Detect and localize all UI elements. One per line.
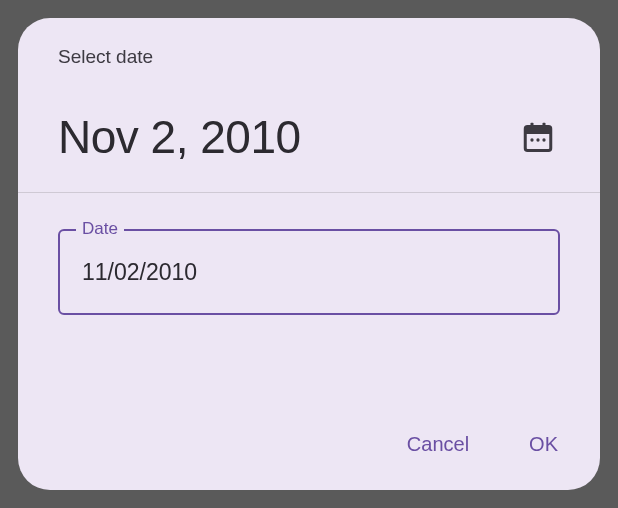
- svg-rect-1: [525, 127, 551, 135]
- date-input[interactable]: [82, 259, 536, 286]
- selected-date-display: Nov 2, 2010: [58, 110, 301, 164]
- display-date-row: Nov 2, 2010: [18, 68, 600, 192]
- svg-point-4: [530, 138, 533, 141]
- ok-button[interactable]: OK: [517, 423, 570, 466]
- svg-point-6: [542, 138, 545, 141]
- svg-rect-3: [543, 123, 546, 129]
- date-picker-dialog: Select date Nov 2, 2010 Date Cancel OK: [18, 18, 600, 490]
- calendar-icon: [520, 119, 556, 155]
- dialog-actions: Cancel OK: [395, 423, 570, 466]
- date-input-label: Date: [76, 219, 124, 239]
- cancel-button[interactable]: Cancel: [395, 423, 481, 466]
- calendar-toggle-button[interactable]: [516, 115, 560, 159]
- svg-point-5: [536, 138, 539, 141]
- input-area: Date: [18, 193, 600, 315]
- date-input-wrapper[interactable]: Date: [58, 229, 560, 315]
- dialog-header: Select date: [18, 18, 600, 68]
- dialog-title: Select date: [58, 46, 560, 68]
- svg-rect-2: [531, 123, 534, 129]
